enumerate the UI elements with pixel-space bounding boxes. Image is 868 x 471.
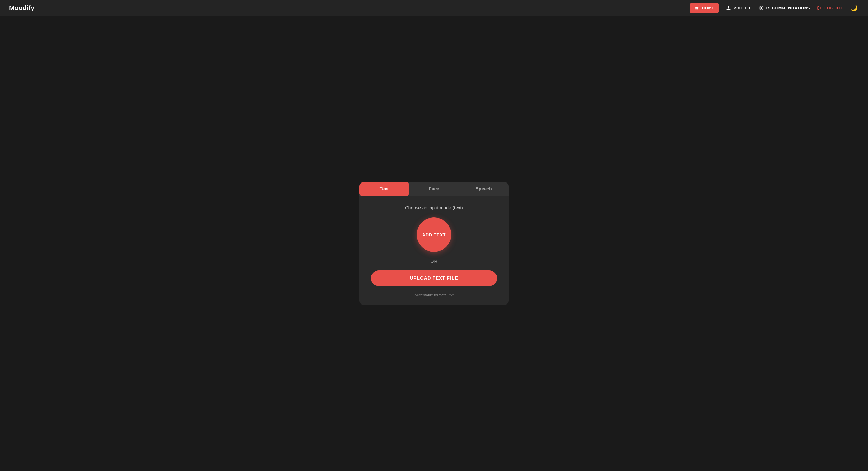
- profile-icon: [726, 5, 731, 11]
- brand-logo: Moodify: [9, 4, 34, 12]
- svg-point-1: [761, 7, 762, 9]
- logout-icon: [817, 5, 822, 11]
- recommendations-icon: [758, 5, 764, 11]
- main-content: Text Face Speech Choose an input mode (t…: [0, 16, 868, 471]
- nav-links: HOME PROFILE RECOMMENDATIONS: [690, 3, 859, 13]
- add-text-button[interactable]: ADD TEXT: [417, 217, 451, 252]
- or-divider: OR: [431, 259, 438, 264]
- tab-face[interactable]: Face: [409, 182, 459, 196]
- formats-label: Acceptable formats: .txt: [414, 293, 454, 297]
- tab-text[interactable]: Text: [360, 182, 409, 196]
- dark-mode-toggle[interactable]: 🌙: [849, 3, 859, 12]
- navbar: Moodify HOME PROFILE: [0, 0, 868, 16]
- nav-home[interactable]: HOME: [690, 3, 719, 13]
- nav-recommendations[interactable]: RECOMMENDATIONS: [758, 5, 810, 11]
- nav-logout[interactable]: LOGOUT: [817, 5, 842, 11]
- nav-profile[interactable]: PROFILE: [726, 5, 752, 11]
- card-body: Choose an input mode (text) ADD TEXT OR …: [360, 196, 508, 305]
- input-mode-card: Text Face Speech Choose an input mode (t…: [360, 182, 508, 305]
- upload-text-file-button[interactable]: UPLOAD TEXT FILE: [371, 270, 497, 286]
- subtitle-text: Choose an input mode (text): [405, 205, 463, 210]
- mode-tabs: Text Face Speech: [360, 182, 508, 196]
- home-icon: [694, 5, 700, 11]
- tab-speech[interactable]: Speech: [459, 182, 508, 196]
